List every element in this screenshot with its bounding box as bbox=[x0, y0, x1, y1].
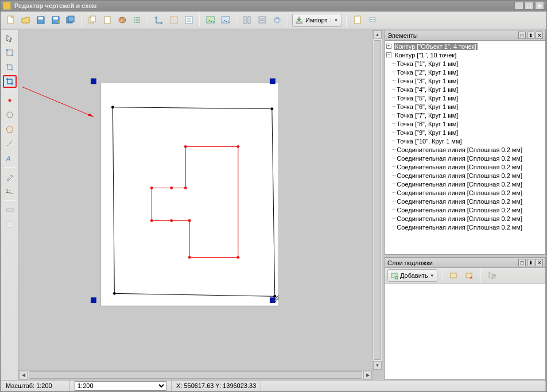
tree-item[interactable]: ┈Точка ["5", Круг 1 мм] bbox=[386, 94, 544, 102]
point-tool[interactable] bbox=[3, 94, 17, 107]
axes-icon[interactable] bbox=[152, 14, 165, 27]
line-tool[interactable] bbox=[3, 137, 17, 150]
tree-item[interactable]: ┈Соединительная линия [Сплошная 0.2 мм] bbox=[386, 162, 544, 171]
pointer-tool[interactable] bbox=[3, 32, 17, 45]
window-title: Редактор чертежей и схем bbox=[14, 2, 513, 9]
collapse-icon[interactable]: − bbox=[386, 52, 391, 57]
save-icon[interactable] bbox=[34, 14, 47, 27]
tree-item[interactable]: ┈Точка ["6", Круг 1 мм] bbox=[386, 102, 544, 111]
tree-item-label: Точка ["1", Круг 1 мм] bbox=[395, 60, 459, 67]
elements-tree[interactable]: +Контур ["Объект 1", 4 точек]−Контур ["1… bbox=[385, 41, 545, 254]
paste-icon[interactable] bbox=[100, 14, 114, 27]
tree-item-label: Точка ["6", Круг 1 мм] bbox=[395, 103, 459, 110]
saveall-icon[interactable] bbox=[64, 14, 77, 27]
layer-delete-icon[interactable] bbox=[463, 269, 476, 282]
tree-item[interactable]: ┈Точка ["2", Круг 1 мм] bbox=[386, 68, 544, 76]
tree-item[interactable]: ┈Соединительная линия [Сплошная 0.2 мм] bbox=[386, 205, 544, 214]
polygon-tool[interactable] bbox=[3, 123, 17, 135]
tree-item[interactable]: ┈Соединительная линия [Сплошная 0.2 мм] bbox=[386, 188, 544, 197]
svg-rect-56 bbox=[91, 297, 96, 303]
scroll-down-icon[interactable]: ▼ bbox=[373, 361, 382, 370]
selectarea-icon[interactable] bbox=[167, 14, 180, 27]
svg-point-35 bbox=[6, 221, 13, 228]
doc1-icon[interactable] bbox=[351, 14, 364, 27]
import-label: Импорт bbox=[305, 17, 327, 24]
tree-item-label: Точка ["8", Круг 1 мм] bbox=[395, 121, 459, 127]
crop2-tool[interactable] bbox=[3, 75, 17, 88]
expand-icon[interactable]: + bbox=[386, 44, 391, 49]
layers-panel-header[interactable]: Слои подложки □ ⬍ ✕ bbox=[385, 258, 545, 268]
image2-icon[interactable] bbox=[219, 14, 232, 27]
circle-tool[interactable] bbox=[3, 108, 17, 121]
import-dropdown[interactable]: Импорт ▼ bbox=[292, 14, 342, 27]
tree-item[interactable]: ┈Точка ["3", Круг 1 мм] bbox=[386, 76, 544, 85]
scale-label-tool[interactable]: 1:_ bbox=[3, 185, 17, 197]
grid1-icon[interactable] bbox=[240, 14, 254, 27]
titlebar[interactable]: Редактор чертежей и схем _ □ ✕ bbox=[1, 1, 546, 11]
tree-item[interactable]: ┈Точка ["9", Круг 1 мм] bbox=[386, 128, 544, 137]
image-icon[interactable] bbox=[204, 14, 217, 27]
svg-point-26 bbox=[369, 17, 376, 20]
tree-item[interactable]: ┈Соединительная линия [Сплошная 0.2 мм] bbox=[386, 197, 544, 205]
new-icon[interactable] bbox=[4, 14, 17, 27]
horizontal-scrollbar[interactable]: ◀ ▶ bbox=[18, 370, 373, 380]
tree-item[interactable]: ┈Точка ["1", Круг 1 мм] bbox=[386, 59, 544, 68]
crop1-tool[interactable] bbox=[3, 61, 17, 73]
tree-item[interactable]: ┈Точка ["8", Круг 1 мм] bbox=[386, 119, 544, 128]
elements-panel-header[interactable]: Элементы □ ⬍ ✕ bbox=[385, 30, 545, 41]
disabled-tool[interactable] bbox=[3, 218, 17, 231]
svg-rect-22 bbox=[259, 21, 266, 23]
scale-select[interactable]: 1:200 bbox=[75, 381, 166, 391]
svg-rect-29 bbox=[6, 49, 8, 51]
tree-item-label: Соединительная линия [Сплошная 0.2 мм] bbox=[395, 146, 523, 153]
grid2-icon[interactable] bbox=[255, 14, 269, 27]
svg-point-38 bbox=[111, 106, 114, 108]
snap-icon[interactable] bbox=[270, 14, 284, 27]
saveas-icon[interactable] bbox=[49, 14, 62, 27]
tree-item[interactable]: ┈Соединительная линия [Сплошная 0.2 мм] bbox=[386, 223, 544, 231]
pen-tool[interactable] bbox=[3, 170, 17, 183]
tree-item[interactable]: ┈Соединительная линия [Сплошная 0.2 мм] bbox=[386, 154, 544, 162]
open-icon[interactable] bbox=[19, 14, 32, 27]
scroll-right-icon[interactable]: ▶ bbox=[363, 371, 372, 379]
svg-point-50 bbox=[184, 145, 187, 148]
list-icon[interactable] bbox=[182, 14, 195, 27]
tree-item[interactable]: ┈Соединительная линия [Сплошная 0.2 мм] bbox=[386, 145, 544, 154]
tree-item[interactable]: ┈Соединительная линия [Сплошная 0.2 мм] bbox=[386, 180, 544, 188]
scroll-thumb[interactable] bbox=[374, 40, 381, 360]
tree-item[interactable]: ┈Соединительная линия [Сплошная 0.2 мм] bbox=[386, 214, 544, 223]
close-button[interactable]: ✕ bbox=[535, 2, 544, 10]
tree-item[interactable]: ┈Точка ["10", Круг 1 мм] bbox=[386, 137, 544, 145]
text-tool[interactable]: A bbox=[3, 152, 17, 164]
palette-icon[interactable] bbox=[115, 14, 129, 27]
tree-item[interactable]: −Контур ["1", 10 точек] bbox=[386, 51, 544, 59]
node-tool[interactable] bbox=[3, 46, 17, 59]
panel-close-icon[interactable]: ✕ bbox=[536, 32, 543, 39]
panel-pin-icon[interactable]: ⬍ bbox=[527, 32, 534, 39]
vertical-scrollbar[interactable]: ▲ ▼ bbox=[373, 30, 382, 370]
svg-point-11 bbox=[120, 18, 121, 20]
layer-edit-icon[interactable] bbox=[447, 269, 460, 282]
panel-close-icon[interactable]: ✕ bbox=[536, 259, 543, 266]
minimize-button[interactable]: _ bbox=[514, 2, 523, 10]
scroll-left-icon[interactable]: ◀ bbox=[19, 371, 28, 379]
line-style-icon[interactable] bbox=[130, 14, 143, 27]
tree-item[interactable]: ┈Точка ["4", Круг 1 мм] bbox=[386, 85, 544, 94]
tree-item[interactable]: +Контур ["Объект 1", 4 точек] bbox=[386, 42, 544, 51]
scroll-up-icon[interactable]: ▲ bbox=[373, 30, 382, 39]
layer-help-icon[interactable]: ? bbox=[486, 269, 499, 282]
svg-point-17 bbox=[208, 18, 210, 20]
drawing-canvas[interactable] bbox=[22, 33, 372, 370]
panel-dock-icon[interactable]: □ bbox=[518, 259, 526, 266]
tree-item[interactable]: ┈Точка ["7", Круг 1 мм] bbox=[386, 111, 544, 119]
measure-tool[interactable] bbox=[3, 204, 17, 216]
tree-item[interactable]: ┈Соединительная линия [Сплошная 0.2 мм] bbox=[386, 171, 544, 180]
panel-pin-icon[interactable]: ⬍ bbox=[527, 259, 534, 266]
doc2-icon[interactable] bbox=[366, 14, 379, 27]
copy-icon[interactable] bbox=[86, 14, 99, 27]
scroll-thumb[interactable] bbox=[29, 371, 362, 379]
layers-list[interactable] bbox=[385, 284, 545, 379]
add-layer-button[interactable]: Добавить ▼ bbox=[387, 269, 437, 282]
panel-dock-icon[interactable]: □ bbox=[518, 32, 526, 39]
maximize-button[interactable]: □ bbox=[525, 2, 534, 10]
